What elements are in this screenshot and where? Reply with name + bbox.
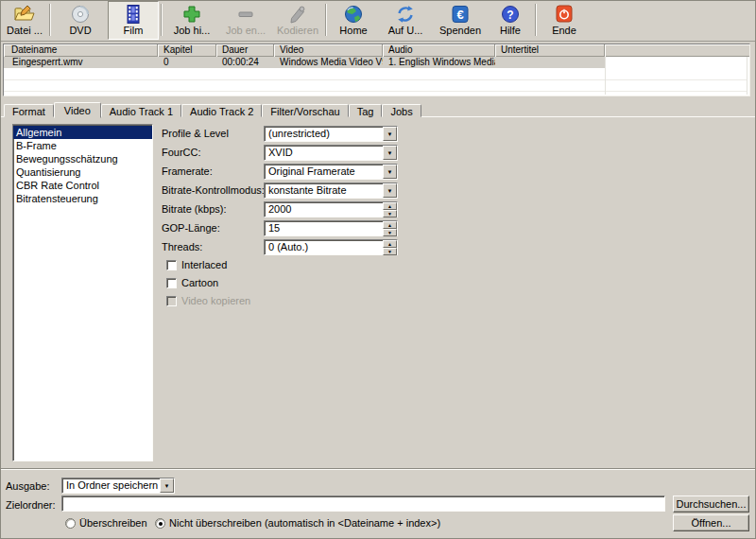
interlaced-checkbox-row: Interlaced <box>166 259 227 271</box>
list-item-b-frame[interactable]: B-Frame <box>13 139 152 152</box>
no-overwrite-radio[interactable] <box>155 518 165 529</box>
table-row[interactable]: Eingesperrt.wmv 0 00:00:24 Windows Media… <box>4 57 605 68</box>
dropdown-value: In Ordner speichern <box>62 478 160 493</box>
column-header-dauer[interactable]: Dauer <box>216 44 274 57</box>
cartoon-checkbox-row: Cartoon <box>166 277 218 289</box>
app-window: Datei ... DVD Film Job hi... <box>0 0 756 539</box>
remove-job-icon <box>235 4 256 25</box>
chevron-down-icon[interactable]: ▼ <box>383 183 397 198</box>
dropdown-value: (unrestricted) <box>265 127 383 141</box>
framerate-dropdown[interactable]: Original Framerate ▼ <box>264 164 398 180</box>
no-overwrite-radio-row: Nicht überschreiben (automatisch in <Dat… <box>155 517 440 529</box>
checkbox-label: Video kopieren <box>181 295 250 307</box>
exit-button[interactable]: Ende <box>539 1 590 40</box>
checkbox-label: Interlaced <box>181 259 227 271</box>
exit-icon <box>554 4 575 25</box>
spin-up-icon[interactable]: ▲ <box>383 202 397 210</box>
dvd-button[interactable]: DVD <box>53 1 108 40</box>
chevron-down-icon[interactable]: ▼ <box>383 127 397 141</box>
cartoon-checkbox[interactable] <box>166 278 177 288</box>
tab-tag[interactable]: Tag <box>349 104 383 117</box>
toolbar-separator <box>325 4 327 36</box>
cell-kapitel: 0 <box>158 57 216 68</box>
tab-audio-track-2[interactable]: Audio Track 2 <box>181 104 262 117</box>
divider <box>1 468 755 470</box>
svg-text:?: ? <box>507 9 513 22</box>
add-job-icon <box>181 4 202 25</box>
film-button[interactable]: Film <box>108 1 159 40</box>
bitrate-spinner[interactable]: 2000 ▲▼ <box>264 201 398 217</box>
gop-length-spinner[interactable]: 15 ▲▼ <box>264 220 398 236</box>
threads-spinner[interactable]: 0 (Auto.) ▲▼ <box>264 239 398 255</box>
tab-jobs[interactable]: Jobs <box>382 104 421 117</box>
ausgabe-dropdown[interactable]: In Ordner speichern ▼ <box>61 478 175 494</box>
zielordner-label: Zielordner: <box>6 499 56 511</box>
list-item-cbr-rate-control[interactable]: CBR Rate Control <box>13 179 152 192</box>
spinner-value: 15 <box>265 221 383 235</box>
profile-level-dropdown[interactable]: (unrestricted) ▼ <box>264 126 398 142</box>
spin-down-icon[interactable]: ▼ <box>383 210 397 217</box>
cell-dateiname: Eingesperrt.wmv <box>4 57 158 68</box>
cell-dauer: 00:00:24 <box>216 57 274 68</box>
grid-line <box>4 79 747 80</box>
tab-format[interactable]: Format <box>4 104 54 117</box>
column-header-audio[interactable]: Audio <box>383 44 495 57</box>
interlaced-checkbox[interactable] <box>166 260 177 270</box>
toolbar-label: Spenden <box>439 25 481 37</box>
column-header-kapitel[interactable]: Kapitel <box>158 44 216 57</box>
gop-length-label: GOP-Länge: <box>162 220 220 236</box>
tab-video[interactable]: Video <box>54 102 101 118</box>
chevron-down-icon[interactable]: ▼ <box>160 478 174 493</box>
tab-audio-track-1[interactable]: Audio Track 1 <box>101 104 181 117</box>
toolbar-label: Kodieren <box>277 25 318 37</box>
spin-down-icon[interactable]: ▼ <box>383 229 397 236</box>
spin-up-icon[interactable]: ▲ <box>383 221 397 229</box>
column-header-filler <box>605 44 749 57</box>
open-button[interactable]: Öffnen... <box>673 514 749 531</box>
list-item-allgemein[interactable]: Allgemein <box>13 126 152 139</box>
framerate-label: Framerate: <box>162 164 213 180</box>
column-divider <box>747 57 747 95</box>
open-file-button[interactable]: Datei ... <box>2 1 47 40</box>
list-item-bitratensteuerung[interactable]: Bitratensteuerung <box>13 192 152 205</box>
column-header-dateiname[interactable]: Dateiname <box>4 44 158 57</box>
toolbar-label: Auf U... <box>388 25 423 37</box>
update-icon <box>395 4 416 25</box>
radio-label: Nicht überschreiben (automatisch in <Dat… <box>169 517 440 529</box>
tab-strip: Format Video Audio Track 1 Audio Track 2… <box>4 101 421 117</box>
bitrate-mode-dropdown[interactable]: konstante Bitrate ▼ <box>264 183 398 199</box>
fourcc-dropdown[interactable]: XVID ▼ <box>264 145 398 161</box>
spin-up-icon[interactable]: ▲ <box>383 240 397 248</box>
chevron-down-icon[interactable]: ▼ <box>383 146 397 160</box>
zielordner-input[interactable] <box>61 496 665 512</box>
column-header-untertitel[interactable]: Untertitel <box>495 44 605 57</box>
home-button[interactable]: Home <box>329 1 378 40</box>
toolbar-label: Hilfe <box>500 25 521 37</box>
donate-button[interactable]: € Spenden <box>433 1 488 40</box>
checkbox-label: Cartoon <box>181 277 218 289</box>
tab-filter-vorschau[interactable]: Filter/Vorschau <box>262 104 348 117</box>
open-file-icon <box>14 4 35 25</box>
overwrite-radio[interactable] <box>65 518 76 529</box>
grid-line <box>4 91 747 92</box>
file-list: Dateiname Kapitel Dauer Video Audio Unte… <box>3 43 750 96</box>
threads-label: Threads: <box>162 239 202 255</box>
remove-job-button: Job en... <box>219 1 272 40</box>
cell-untertitel <box>495 57 605 68</box>
list-item-quantisierung[interactable]: Quantisierung <box>13 165 152 179</box>
spin-down-icon[interactable]: ▼ <box>383 248 397 255</box>
spinner-value: 2000 <box>265 202 383 217</box>
help-button[interactable]: ? Hilfe <box>488 1 533 40</box>
overwrite-radio-row: Überschreiben <box>65 517 147 529</box>
bitrate-label: Bitrate (kbps): <box>162 201 226 217</box>
browse-button[interactable]: Durchsuchen... <box>673 496 749 513</box>
list-item-bewegungsschaetzung[interactable]: Bewegungsschätzung <box>13 152 152 165</box>
check-update-button[interactable]: Auf U... <box>378 1 433 40</box>
column-divider <box>605 57 606 95</box>
chevron-down-icon[interactable]: ▼ <box>383 165 397 179</box>
home-globe-icon <box>343 4 364 25</box>
column-header-video[interactable]: Video <box>274 44 383 57</box>
toolbar-separator <box>49 4 51 36</box>
toolbar-label: Ende <box>552 25 576 37</box>
add-job-button[interactable]: Job hi... <box>164 1 219 40</box>
